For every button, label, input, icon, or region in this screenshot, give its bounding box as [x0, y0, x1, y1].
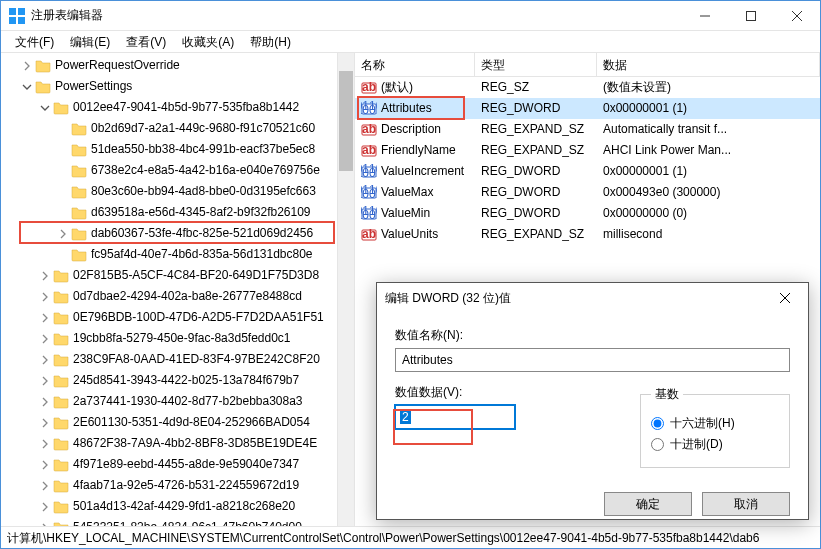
radio-hex-input[interactable] [651, 417, 664, 430]
tree-label: 54533251-82be-4824-96c1-47b60b740d00 [73, 517, 302, 526]
menubar: 文件(F) 编辑(E) 查看(V) 收藏夹(A) 帮助(H) [1, 31, 820, 53]
tree-item[interactable]: 0d7dbae2-4294-402a-ba8e-26777e8488cd [1, 286, 354, 307]
tree-panel[interactable]: PowerRequestOverridePowerSettings0012ee4… [1, 53, 355, 526]
tree-item[interactable]: 80e3c60e-bb94-4ad8-bbe0-0d3195efc663 [1, 181, 354, 202]
tree-item[interactable]: 2E601130-5351-4d9d-8E04-252966BAD054 [1, 412, 354, 433]
value-name: ValueUnits [381, 224, 438, 245]
chevron-icon[interactable] [19, 79, 35, 95]
chevron-icon[interactable] [55, 205, 71, 221]
dialog-close-button[interactable] [770, 283, 800, 313]
tree-item[interactable]: d639518a-e56d-4345-8af2-b9f32fb26109 [1, 202, 354, 223]
list-row[interactable]: 01101001ValueIncrementREG_DWORD0x0000000… [355, 161, 820, 182]
chevron-icon[interactable] [37, 478, 53, 494]
dialog-titlebar[interactable]: 编辑 DWORD (32 位)值 [377, 283, 808, 313]
string-value-icon: ab [361, 143, 377, 159]
tree-item[interactable]: 0b2d69d7-a2a1-449c-9680-f91c70521c60 [1, 118, 354, 139]
radio-dec-input[interactable] [651, 438, 664, 451]
chevron-icon[interactable] [37, 436, 53, 452]
col-type[interactable]: 类型 [475, 53, 597, 77]
ok-button[interactable]: 确定 [604, 492, 692, 516]
chevron-icon[interactable] [37, 352, 53, 368]
list-row[interactable]: abDescriptionREG_EXPAND_SZAutomatically … [355, 119, 820, 140]
chevron-icon[interactable] [37, 520, 53, 527]
menu-file[interactable]: 文件(F) [7, 31, 62, 53]
chevron-icon[interactable] [37, 310, 53, 326]
radio-hex[interactable]: 十六进制(H) [651, 415, 779, 432]
folder-icon [71, 205, 87, 221]
close-button[interactable] [774, 1, 820, 31]
cancel-button[interactable]: 取消 [702, 492, 790, 516]
col-data[interactable]: 数据 [597, 53, 820, 77]
tree-label: PowerRequestOverride [55, 55, 180, 76]
value-name: Attributes [381, 98, 432, 119]
chevron-icon[interactable] [37, 394, 53, 410]
chevron-icon[interactable] [55, 121, 71, 137]
maximize-button[interactable] [728, 1, 774, 31]
chevron-icon[interactable] [55, 142, 71, 158]
chevron-icon[interactable] [37, 289, 53, 305]
tree-item[interactable]: 4f971e89-eebd-4455-a8de-9e59040e7347 [1, 454, 354, 475]
tree-item[interactable]: 19cbb8fa-5279-450e-9fac-8a3d5fedd0c1 [1, 328, 354, 349]
col-name[interactable]: 名称 [355, 53, 475, 77]
tree-item[interactable]: 0012ee47-9041-4b5d-9b77-535fba8b1442 [1, 97, 354, 118]
value-name-label: 数值名称(N): [395, 327, 790, 344]
chevron-icon[interactable] [37, 499, 53, 515]
menu-view[interactable]: 查看(V) [118, 31, 174, 53]
tree-scrollbar[interactable] [337, 53, 354, 526]
value-data-input[interactable]: 2 [395, 405, 515, 429]
chevron-icon[interactable] [55, 184, 71, 200]
tree-item[interactable]: 54533251-82be-4824-96c1-47b60b740d00 [1, 517, 354, 526]
tree-item[interactable]: 48672F38-7A9A-4bb2-8BF8-3D85BE19DE4E [1, 433, 354, 454]
tree-item[interactable]: dab60367-53fe-4fbc-825e-521d069d2456 [1, 223, 354, 244]
minimize-button[interactable] [682, 1, 728, 31]
menu-help[interactable]: 帮助(H) [242, 31, 299, 53]
tree-item[interactable]: 0E796BDB-100D-47D6-A2D5-F7D2DAA51F51 [1, 307, 354, 328]
tree-item[interactable]: PowerRequestOverride [1, 55, 354, 76]
svg-rect-1 [18, 8, 25, 15]
chevron-icon[interactable] [19, 58, 35, 74]
folder-icon [53, 457, 69, 473]
tree-item[interactable]: 238C9FA8-0AAD-41ED-83F4-97BE242C8F20 [1, 349, 354, 370]
folder-icon [53, 310, 69, 326]
tree-item[interactable]: 51dea550-bb38-4bc4-991b-eacf37be5ec8 [1, 139, 354, 160]
radio-dec[interactable]: 十进制(D) [651, 436, 779, 453]
value-name: ValueMax [381, 182, 433, 203]
chevron-icon[interactable] [37, 268, 53, 284]
svg-text:1001: 1001 [361, 166, 377, 180]
tree-item[interactable]: 501a4d13-42af-4429-9fd1-a8218c268e20 [1, 496, 354, 517]
tree-item[interactable]: PowerSettings [1, 76, 354, 97]
tree-item[interactable]: 245d8541-3943-4422-b025-13a784f679b7 [1, 370, 354, 391]
list-row[interactable]: 01101001ValueMinREG_DWORD0x00000000 (0) [355, 203, 820, 224]
tree-item[interactable]: fc95af4d-40e7-4b6d-835a-56d131dbc80e [1, 244, 354, 265]
chevron-icon[interactable] [37, 100, 53, 116]
value-data-label: 数值数据(V): [395, 384, 626, 401]
value-name-input[interactable] [395, 348, 790, 372]
list-row[interactable]: ab(默认)REG_SZ(数值未设置) [355, 77, 820, 98]
menu-favorites[interactable]: 收藏夹(A) [174, 31, 242, 53]
list-row[interactable]: abValueUnitsREG_EXPAND_SZmillisecond [355, 224, 820, 245]
tree-item[interactable]: 02F815B5-A5CF-4C84-BF20-649D1F75D3D8 [1, 265, 354, 286]
svg-text:ab: ab [362, 143, 376, 157]
list-row[interactable]: abFriendlyNameREG_EXPAND_SZAHCI Link Pow… [355, 140, 820, 161]
chevron-icon[interactable] [37, 331, 53, 347]
chevron-icon[interactable] [55, 247, 71, 263]
chevron-icon[interactable] [55, 226, 71, 242]
chevron-icon[interactable] [37, 373, 53, 389]
chevron-icon[interactable] [37, 415, 53, 431]
tree-item[interactable]: 6738e2c4-e8a5-4a42-b16a-e040e769756e [1, 160, 354, 181]
tree-item[interactable]: 4faab71a-92e5-4726-b531-224559672d19 [1, 475, 354, 496]
scroll-thumb[interactable] [339, 71, 353, 171]
tree-label: PowerSettings [55, 76, 132, 97]
tree-item[interactable]: 2a737441-1930-4402-8d77-b2bebba308a3 [1, 391, 354, 412]
list-row[interactable]: 01101001ValueMaxREG_DWORD0x000493e0 (300… [355, 182, 820, 203]
cell-data: Automatically transit f... [597, 119, 820, 140]
cell-name: abDescription [355, 119, 475, 140]
cell-name: 01101001ValueIncrement [355, 161, 475, 182]
value-name: (默认) [381, 77, 413, 98]
chevron-icon[interactable] [55, 163, 71, 179]
menu-edit[interactable]: 编辑(E) [62, 31, 118, 53]
list-row[interactable]: 01101001AttributesREG_DWORD0x00000001 (1… [355, 98, 820, 119]
tree-label: 0b2d69d7-a2a1-449c-9680-f91c70521c60 [91, 118, 315, 139]
chevron-icon[interactable] [37, 457, 53, 473]
tree-label: 2E601130-5351-4d9d-8E04-252966BAD054 [73, 412, 310, 433]
